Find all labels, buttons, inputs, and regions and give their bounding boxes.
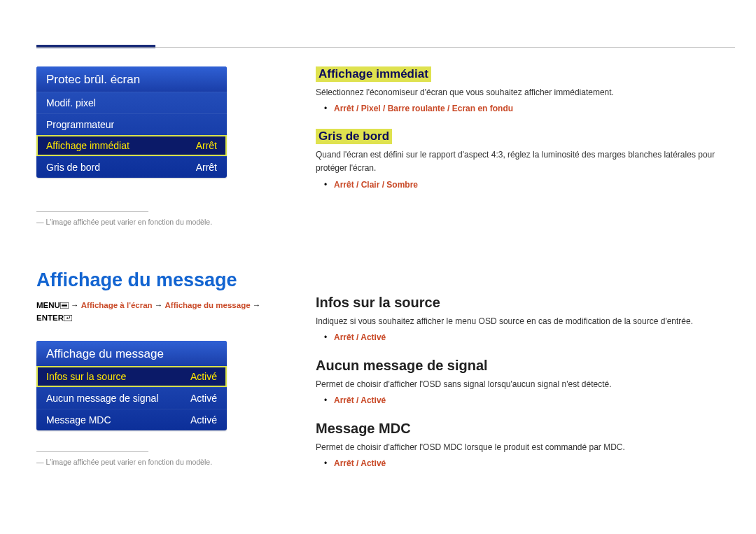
section-desc: Quand l'écran est défini sur le rapport … (316, 148, 729, 175)
breadcrumb: MENU → Affichage à l'écran → Affichage d… (36, 300, 281, 325)
footnote-text: ― L'image affichée peut varier en foncti… (36, 218, 281, 226)
section-desc: Indiquez si vous souhaitez afficher le m… (316, 315, 729, 328)
breadcrumb-menu: MENU (36, 301, 60, 309)
breadcrumb-path-2: Affichage du message (165, 301, 251, 309)
menu-item-label: Infos sur la source (46, 371, 126, 382)
breadcrumb-enter: ENTER (36, 314, 64, 322)
section-mdc-message: Message MDC Permet de choisir d'afficher… (316, 421, 729, 468)
menu-item-label: Message MDC (46, 414, 111, 426)
menu-item-value: Arrêt (196, 140, 217, 151)
menu-item-label: Aucun message de signal (46, 393, 158, 404)
menu-message-display: Affichage du message Infos sur la source… (36, 341, 227, 430)
menu-item-immediate-display[interactable]: Affichage immédiat Arrêt (36, 135, 227, 156)
footnote-separator (36, 451, 148, 452)
menu-title: Protec brûl. écran (36, 66, 227, 92)
section-options: Arrêt / Pixel / Barre roulante / Ecran e… (324, 104, 729, 113)
menu-screen-burn: Protec brûl. écran Modif. pixel Programm… (36, 66, 227, 178)
menu-item-value: Activé (190, 414, 217, 426)
menu-item-source-info[interactable]: Infos sur la source Activé (36, 366, 227, 387)
menu-title: Affichage du message (36, 341, 227, 366)
footnote-text: ― L'image affichée peut varier en foncti… (36, 458, 281, 466)
menu-item-mdc-message[interactable]: Message MDC Activé (36, 409, 227, 430)
menu-item-label: Modif. pixel (46, 97, 96, 108)
header-rule (36, 47, 735, 48)
section-desc: Permet de choisir d'afficher l'OSD MDC l… (316, 441, 729, 454)
doc-heading: Affichage du message (36, 269, 281, 291)
footnote-separator (36, 211, 148, 212)
section-heading: Aucun message de signal (316, 358, 729, 374)
menu-item-value: Activé (190, 393, 217, 404)
section-options: Arrêt / Clair / Sombre (324, 180, 729, 190)
menu-item-label: Gris de bord (46, 162, 100, 173)
menu-item-pixel-shift[interactable]: Modif. pixel (36, 92, 227, 113)
menu-item-value: Activé (190, 371, 217, 382)
section-heading: Message MDC (316, 421, 729, 437)
section-options: Arrêt / Activé (324, 458, 729, 468)
menu-item-value: Arrêt (196, 162, 217, 173)
section-no-signal: Aucun message de signal Permet de choisi… (316, 358, 729, 405)
menu-item-side-gray[interactable]: Gris de bord Arrêt (36, 156, 227, 178)
menu-icon (60, 300, 69, 312)
enter-icon (64, 313, 72, 325)
section-immediate-display: Affichage immédiat Sélectionnez l'économ… (316, 66, 729, 113)
right-column: Affichage immédiat Sélectionnez l'économ… (316, 66, 729, 484)
section-options: Arrêt / Activé (324, 332, 729, 342)
section-desc: Permet de choisir d'afficher l'OSD sans … (316, 378, 729, 391)
section-source-info: Infos sur la source Indiquez si vous sou… (316, 295, 729, 342)
section-heading: Gris de bord (316, 129, 392, 144)
section-heading: Infos sur la source (316, 295, 729, 311)
section-heading: Affichage immédiat (316, 66, 431, 82)
spacer (316, 205, 729, 295)
menu-item-label: Programmateur (46, 119, 114, 130)
section-desc: Sélectionnez l'économiseur d'écran que v… (316, 86, 729, 99)
section-side-gray: Gris de bord Quand l'écran est défini su… (316, 129, 729, 189)
menu-item-no-signal[interactable]: Aucun message de signal Activé (36, 387, 227, 409)
menu-item-timer[interactable]: Programmateur (36, 113, 227, 135)
section-options: Arrêt / Activé (324, 395, 729, 405)
menu-item-label: Affichage immédiat (46, 140, 130, 151)
breadcrumb-path-1: Affichage à l'écran (81, 301, 153, 309)
left-column: Protec brûl. écran Modif. pixel Programm… (36, 66, 281, 466)
